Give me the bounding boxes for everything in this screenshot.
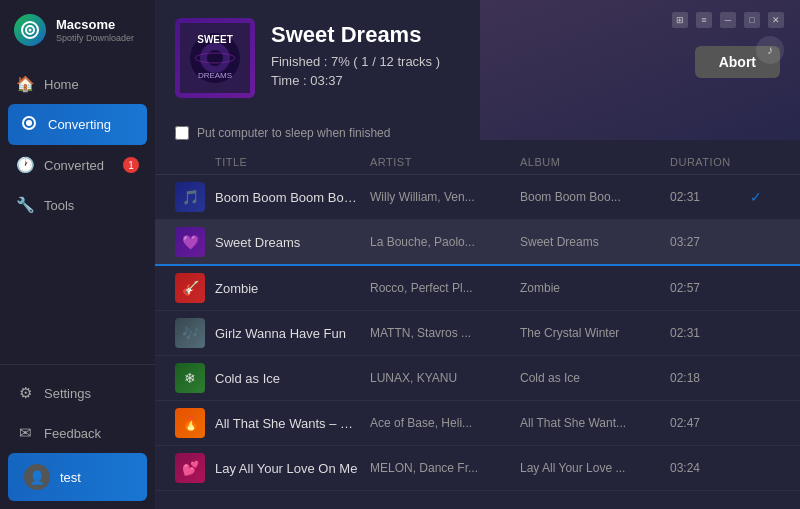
sidebar-item-settings[interactable]: ⚙ Settings xyxy=(0,373,155,413)
track-duration: 02:31 xyxy=(670,190,750,204)
table-row[interactable]: 💕 Lay All Your Love On Me MELON, Dance F… xyxy=(155,446,800,491)
table-row[interactable]: 💜 Sweet Dreams La Bouche, Paolo... Sweet… xyxy=(155,220,800,266)
sleep-label: Put computer to sleep when finished xyxy=(197,126,390,140)
track-album: Sweet Dreams xyxy=(520,235,670,249)
track-art: 🎵 xyxy=(175,182,205,212)
track-duration: 03:24 xyxy=(670,461,750,475)
col-thumb xyxy=(175,156,215,168)
sidebar-item-converting[interactable]: Converting xyxy=(8,104,147,145)
converting-icon xyxy=(20,115,38,134)
track-table: TITLE ARTIST ALBUM DURATION 🎵 Boom Boom … xyxy=(155,150,800,509)
col-check xyxy=(750,156,780,168)
sidebar-label-tools: Tools xyxy=(44,198,74,213)
app-name: Macsome xyxy=(56,17,134,33)
sidebar-label-home: Home xyxy=(44,77,79,92)
track-art: 🎶 xyxy=(175,318,205,348)
track-album: Zombie xyxy=(520,281,670,295)
converted-icon: 🕐 xyxy=(16,156,34,174)
col-album: ALBUM xyxy=(520,156,670,168)
sidebar-label-settings: Settings xyxy=(44,386,91,401)
logo-text: Macsome Spotify Downloader xyxy=(56,17,134,43)
main-content: ⊞ ≡ ─ □ ✕ ♪ SWEET DREAMS Sweet Dreams Fi… xyxy=(155,0,800,509)
track-art: ❄ xyxy=(175,363,205,393)
table-row[interactable]: ❄ Cold as Ice LUNAX, KYANU Cold as Ice 0… xyxy=(155,356,800,401)
svg-point-8 xyxy=(207,50,223,66)
sidebar-label-feedback: Feedback xyxy=(44,426,101,441)
table-row[interactable]: 🎶 Girlz Wanna Have Fun MATTN, Stavros ..… xyxy=(155,311,800,356)
sidebar-bottom: ⚙ Settings ✉ Feedback 👤 test xyxy=(0,364,155,509)
settings-icon: ⚙ xyxy=(16,384,34,402)
music-icon: ♪ xyxy=(767,43,773,57)
header-info: Sweet Dreams Finished : 7% ( 1 / 12 trac… xyxy=(271,18,679,88)
svg-point-4 xyxy=(26,120,32,126)
album-title: Sweet Dreams xyxy=(271,22,679,48)
menu-button[interactable]: ≡ xyxy=(696,12,712,28)
track-album: Cold as Ice xyxy=(520,371,670,385)
track-check-icon: ✓ xyxy=(750,189,780,205)
sidebar-item-converted[interactable]: 🕐 Converted 1 xyxy=(0,145,155,185)
col-title: TITLE xyxy=(215,156,370,168)
progress-text: Finished : 7% ( 1 / 12 tracks ) xyxy=(271,54,679,69)
track-duration: 02:57 xyxy=(670,281,750,295)
track-album: The Crystal Winter xyxy=(520,326,670,340)
track-artist: La Bouche, Paolo... xyxy=(370,235,520,249)
track-duration: 02:31 xyxy=(670,326,750,340)
sidebar-label-converted: Converted xyxy=(44,158,104,173)
track-art: 🎸 xyxy=(175,273,205,303)
table-row[interactable]: 🎸 Zombie Rocco, Perfect Pl... Zombie 02:… xyxy=(155,266,800,311)
window-controls: ⊞ ≡ ─ □ ✕ xyxy=(672,12,784,28)
sidebar-item-home[interactable]: 🏠 Home xyxy=(0,64,155,104)
track-art: 💜 xyxy=(175,227,205,257)
grid-view-button[interactable]: ⊞ xyxy=(672,12,688,28)
track-title: Girlz Wanna Have Fun xyxy=(215,326,370,341)
sleep-checkbox[interactable] xyxy=(175,126,189,140)
sidebar: Macsome Spotify Downloader 🏠 Home Conver… xyxy=(0,0,155,509)
track-artist: MATTN, Stavros ... xyxy=(370,326,520,340)
track-title: All That She Wants – Helion Remix xyxy=(215,416,370,431)
feedback-icon: ✉ xyxy=(16,424,34,442)
track-title: Lay All Your Love On Me xyxy=(215,461,370,476)
track-title: Boom Boom Boom Boom !! xyxy=(215,190,370,205)
svg-text:DREAMS: DREAMS xyxy=(198,71,232,80)
table-row[interactable]: 🎵 Boom Boom Boom Boom !! Willy William, … xyxy=(155,175,800,220)
track-artist: Ace of Base, Heli... xyxy=(370,416,520,430)
sidebar-item-tools[interactable]: 🔧 Tools xyxy=(0,185,155,225)
table-header: TITLE ARTIST ALBUM DURATION xyxy=(155,150,800,175)
track-rows: 🎵 Boom Boom Boom Boom !! Willy William, … xyxy=(155,175,800,491)
table-row[interactable]: 🔥 All That She Wants – Helion Remix Ace … xyxy=(155,401,800,446)
track-title: Cold as Ice xyxy=(215,371,370,386)
track-title: Sweet Dreams xyxy=(215,235,370,250)
track-duration: 02:47 xyxy=(670,416,750,430)
track-title: Zombie xyxy=(215,281,370,296)
track-album: Lay All Your Love ... xyxy=(520,461,670,475)
svg-text:SWEET: SWEET xyxy=(197,34,233,45)
maximize-button[interactable]: □ xyxy=(744,12,760,28)
tools-icon: 🔧 xyxy=(16,196,34,214)
user-item[interactable]: 👤 test xyxy=(8,453,147,501)
music-icon-button[interactable]: ♪ xyxy=(756,36,784,64)
header-right: ⊞ ≡ ─ □ ✕ ♪ xyxy=(672,12,784,64)
track-duration: 02:18 xyxy=(670,371,750,385)
logo-icon xyxy=(14,14,46,46)
track-art: 💕 xyxy=(175,453,205,483)
sleep-row: Put computer to sleep when finished xyxy=(155,120,800,150)
logo-area: Macsome Spotify Downloader xyxy=(0,0,155,60)
minimize-button[interactable]: ─ xyxy=(720,12,736,28)
time-text: Time : 03:37 xyxy=(271,73,679,88)
app-subtitle: Spotify Downloader xyxy=(56,33,134,43)
svg-point-2 xyxy=(29,29,32,32)
track-duration: 03:27 xyxy=(670,235,750,249)
col-artist: ARTIST xyxy=(370,156,520,168)
track-album: Boom Boom Boo... xyxy=(520,190,670,204)
album-art: SWEET DREAMS xyxy=(175,18,255,98)
track-artist: LUNAX, KYANU xyxy=(370,371,520,385)
track-artist: MELON, Dance Fr... xyxy=(370,461,520,475)
converted-badge: 1 xyxy=(123,157,139,173)
sidebar-item-feedback[interactable]: ✉ Feedback xyxy=(0,413,155,453)
close-button[interactable]: ✕ xyxy=(768,12,784,28)
home-icon: 🏠 xyxy=(16,75,34,93)
sidebar-nav: 🏠 Home Converting 🕐 Converted 1 🔧 Tools xyxy=(0,60,155,364)
track-artist: Rocco, Perfect Pl... xyxy=(370,281,520,295)
user-avatar: 👤 xyxy=(24,464,50,490)
user-name: test xyxy=(60,470,81,485)
